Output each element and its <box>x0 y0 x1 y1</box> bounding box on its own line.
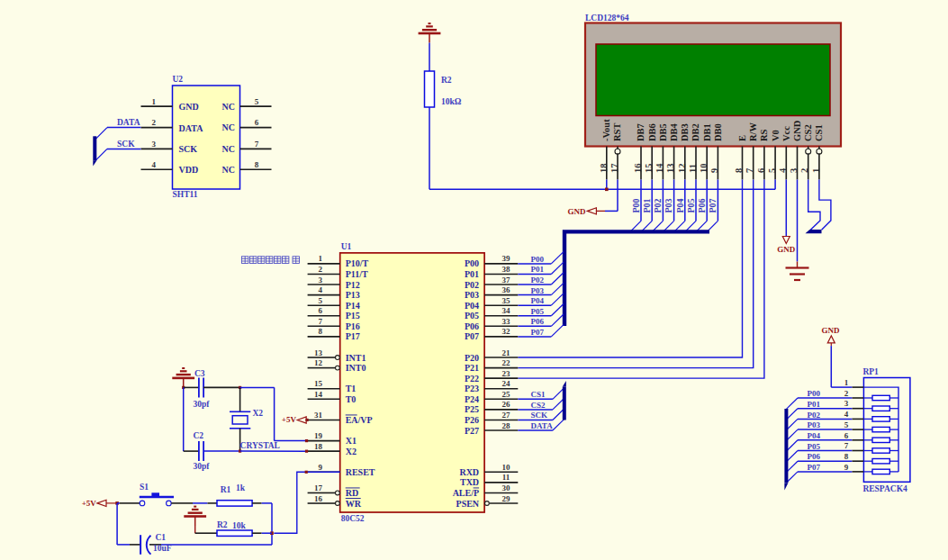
svg-text:INT0: INT0 <box>346 363 366 373</box>
svg-text:5: 5 <box>319 296 323 305</box>
svg-text:T1: T1 <box>346 384 357 393</box>
svg-text:RS: RS <box>759 129 769 141</box>
svg-text:ALE/P: ALE/P <box>453 488 479 498</box>
svg-text:S1: S1 <box>140 483 149 492</box>
svg-text:E: E <box>737 135 747 141</box>
svg-text:P01: P01 <box>531 265 545 274</box>
svg-text:8: 8 <box>255 160 259 169</box>
svg-text:P14: P14 <box>346 301 360 311</box>
svg-text:31: 31 <box>314 411 323 420</box>
svg-text:25: 25 <box>502 390 511 399</box>
svg-text:P03: P03 <box>808 420 821 429</box>
svg-text:P22: P22 <box>465 374 479 384</box>
svg-text:P03: P03 <box>465 290 479 300</box>
svg-text:DB2: DB2 <box>691 123 700 141</box>
svg-text:RESET: RESET <box>346 467 375 477</box>
svg-text:P00: P00 <box>465 258 479 268</box>
svg-text:SCK: SCK <box>531 411 548 420</box>
svg-text:2: 2 <box>152 118 157 127</box>
svg-text:3: 3 <box>319 275 323 285</box>
svg-text:DB1: DB1 <box>702 123 712 141</box>
svg-text:NC: NC <box>222 144 235 154</box>
svg-text:9: 9 <box>319 463 323 472</box>
svg-text:P04: P04 <box>808 431 821 440</box>
svg-text:8: 8 <box>844 452 849 461</box>
svg-text:V0: V0 <box>771 130 781 141</box>
svg-text:GND: GND <box>792 120 802 141</box>
svg-text:33: 33 <box>502 317 511 326</box>
svg-text:23: 23 <box>502 369 511 378</box>
svg-text:37: 37 <box>502 275 511 285</box>
svg-text:34: 34 <box>502 306 511 315</box>
svg-text:P05: P05 <box>465 311 479 321</box>
svg-text:CS1: CS1 <box>531 390 546 399</box>
svg-text:-Vout: -Vout <box>601 119 611 141</box>
svg-text:7: 7 <box>319 317 323 326</box>
svg-text:4: 4 <box>319 285 323 294</box>
svg-text:PSEN: PSEN <box>456 499 480 509</box>
svg-text:SCK: SCK <box>117 140 135 149</box>
svg-text:21: 21 <box>502 348 511 357</box>
svg-text:P11/T: P11/T <box>346 269 368 279</box>
svg-text:DB3: DB3 <box>680 123 690 141</box>
svg-text:CRYSTAL: CRYSTAL <box>240 441 280 450</box>
svg-text:P05: P05 <box>808 442 821 451</box>
svg-text:+5V: +5V <box>82 499 97 508</box>
svg-text:P02: P02 <box>531 275 545 285</box>
svg-text:P16: P16 <box>346 321 360 331</box>
svg-text:R2: R2 <box>441 76 452 85</box>
svg-text:R1: R1 <box>221 485 231 494</box>
svg-text:C1: C1 <box>156 533 167 542</box>
svg-text:32: 32 <box>502 327 511 336</box>
svg-text:P07: P07 <box>808 463 821 472</box>
svg-text:5: 5 <box>255 97 259 106</box>
svg-text:NC: NC <box>222 122 235 132</box>
svg-text:12: 12 <box>314 358 323 367</box>
svg-text:CS1: CS1 <box>814 124 824 141</box>
svg-text:P02: P02 <box>465 280 479 290</box>
svg-text:13: 13 <box>314 348 323 357</box>
svg-text:INT1: INT1 <box>346 353 366 363</box>
svg-text:P06: P06 <box>531 317 545 326</box>
svg-text:2: 2 <box>844 389 849 398</box>
svg-text:9: 9 <box>844 463 849 472</box>
svg-text:DB0: DB0 <box>713 123 723 141</box>
svg-text:WR: WR <box>346 499 362 509</box>
svg-text:U1: U1 <box>341 242 352 251</box>
svg-text:P27: P27 <box>465 426 479 436</box>
svg-text:+5V: +5V <box>282 415 297 424</box>
svg-text:DATA: DATA <box>117 118 140 127</box>
svg-text:P20: P20 <box>465 353 479 363</box>
svg-text:3: 3 <box>844 399 849 408</box>
svg-text:P25: P25 <box>465 404 479 414</box>
svg-text:EA/VP: EA/VP <box>346 415 373 425</box>
svg-text:P07: P07 <box>465 331 479 341</box>
svg-text:2: 2 <box>319 265 323 274</box>
svg-text:18: 18 <box>314 442 323 451</box>
svg-text:P05: P05 <box>686 198 696 212</box>
svg-text:P26: P26 <box>465 415 479 425</box>
svg-text:4: 4 <box>844 410 849 419</box>
svg-text:P13: P13 <box>346 290 360 300</box>
svg-text:LCD128*64: LCD128*64 <box>585 14 629 23</box>
svg-text:R/W: R/W <box>748 122 758 142</box>
svg-text:VDD: VDD <box>179 165 199 175</box>
svg-text:39: 39 <box>502 254 511 263</box>
svg-text:GND: GND <box>179 102 199 112</box>
svg-text:7: 7 <box>844 441 849 450</box>
svg-text:P06: P06 <box>697 198 707 212</box>
svg-text:CS2: CS2 <box>803 124 813 141</box>
svg-text:30: 30 <box>502 483 511 492</box>
svg-text:1k: 1k <box>236 483 246 492</box>
svg-text:1: 1 <box>152 97 157 106</box>
svg-text:X2: X2 <box>346 447 357 456</box>
svg-text:P02: P02 <box>653 198 663 212</box>
svg-text:GND: GND <box>777 245 796 254</box>
svg-text:14: 14 <box>314 390 323 399</box>
svg-text:P15: P15 <box>346 311 360 321</box>
svg-text:P02: P02 <box>808 411 821 420</box>
svg-text:DATA: DATA <box>531 421 554 430</box>
svg-text:U2: U2 <box>173 75 184 84</box>
svg-text:DATA: DATA <box>179 123 204 133</box>
svg-text:36: 36 <box>502 285 511 294</box>
